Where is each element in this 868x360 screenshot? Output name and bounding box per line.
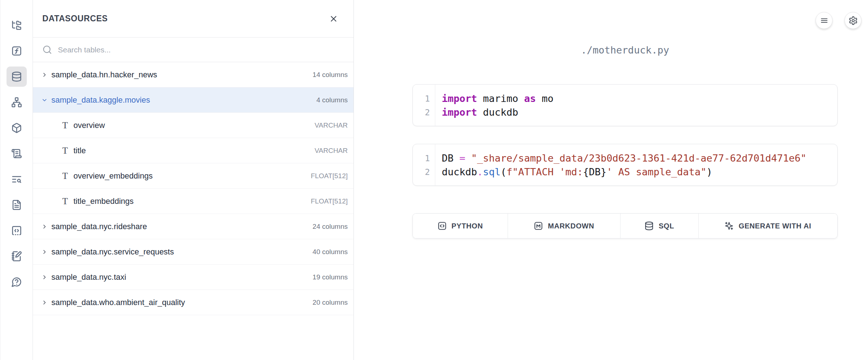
rail-item-file-explorer[interactable] [7, 15, 27, 35]
text-type-icon: T [60, 146, 70, 156]
code-editor[interactable]: import marimo as moimport duckdb [435, 85, 554, 126]
notebook-toolbar [816, 12, 861, 29]
close-panel-button[interactable] [328, 13, 339, 24]
table-column-count: 20 columns [313, 299, 348, 307]
chevron-down-icon [41, 97, 48, 103]
table-row[interactable]: sample_data.hn.hacker_news14 columns [33, 62, 353, 87]
add-cell-python-button[interactable]: PYTHON [413, 214, 508, 238]
rail-item-logs[interactable] [7, 143, 27, 164]
table-name: sample_data.nyc.rideshare [51, 222, 147, 231]
notebook-filename: ./motherduck.py [412, 44, 838, 56]
table-row[interactable]: sample_data.nyc.taxi19 columns [33, 265, 353, 290]
notebook-main: ./motherduck.py 12import marimo as moimp… [354, 0, 868, 360]
table-name: sample_data.who.ambient_air_quality [51, 298, 185, 307]
text-search-icon [11, 174, 22, 185]
add-cell-sql-button[interactable]: SQL [621, 214, 699, 238]
chevron-right-icon [41, 274, 48, 280]
notebook-column: ./motherduck.py 12import marimo as moimp… [412, 0, 838, 239]
rail-item-documentation[interactable] [7, 195, 27, 215]
add-cell-markdown-button[interactable]: MARKDOWN [508, 214, 621, 238]
column-type: FLOAT[512] [311, 197, 348, 205]
sparkles-icon [724, 221, 734, 231]
table-row[interactable]: sample_data.kaggle.movies4 columns [33, 87, 353, 113]
table-column-count: 4 columns [316, 96, 348, 104]
tables-tree: sample_data.hn.hacker_news14 columnssamp… [33, 62, 353, 360]
column-name: overview_embeddings [73, 171, 153, 181]
add-cell-button-label: MARKDOWN [548, 222, 594, 230]
chevron-right-icon [41, 299, 48, 306]
column-type: VARCHAR [315, 121, 348, 129]
column-row[interactable]: Toverview_embeddingsFLOAT[512] [33, 163, 353, 189]
table-column-count: 40 columns [313, 248, 348, 256]
settings-icon [848, 16, 858, 25]
package-icon [11, 123, 22, 133]
panel-header: DATASOURCES [33, 0, 353, 38]
file-text-icon [11, 200, 22, 210]
code-cell-1: 12import marimo as moimport duckdb [412, 84, 838, 126]
database-icon [644, 221, 654, 231]
rail-item-datasources[interactable] [7, 67, 27, 87]
rail-item-dependencies[interactable] [7, 92, 27, 112]
line-numbers: 12 [413, 144, 435, 185]
table-row[interactable]: sample_data.who.ambient_air_quality20 co… [33, 290, 353, 315]
column-row[interactable]: Ttitle_embeddingsFLOAT[512] [33, 189, 353, 214]
search-input[interactable] [58, 46, 348, 54]
add-cell-bar: PYTHONMARKDOWNSQLGENERATE WITH AI [412, 213, 838, 239]
menu-icon [820, 16, 829, 25]
activity-rail [0, 0, 33, 360]
network-icon [11, 97, 22, 108]
chat-question-icon [11, 277, 22, 287]
column-row[interactable]: ToverviewVARCHAR [33, 113, 353, 138]
table-row[interactable]: sample_data.nyc.rideshare24 columns [33, 214, 353, 239]
text-type-icon: T [60, 196, 70, 206]
markdown-icon [534, 221, 543, 231]
table-name: sample_data.kaggle.movies [51, 95, 150, 105]
rail-item-help[interactable] [7, 272, 27, 292]
rail-item-scratchpad[interactable] [7, 246, 27, 266]
code-square-dashed-icon [11, 225, 22, 236]
table-row[interactable]: sample_data.nyc.service_requests40 colum… [33, 239, 353, 265]
table-name: sample_data.nyc.taxi [51, 273, 126, 282]
add-cell-button-label: PYTHON [452, 222, 483, 230]
x-icon [329, 14, 338, 23]
folder-tree-icon [11, 20, 22, 31]
chevron-right-icon [41, 249, 48, 255]
code-editor[interactable]: DB = "_share/sample_data/23b0d623-1361-4… [435, 144, 806, 185]
table-search [33, 38, 353, 62]
chevron-right-icon [41, 72, 48, 78]
rail-item-variables[interactable] [7, 41, 27, 61]
column-name: title_embeddings [73, 197, 134, 206]
line-numbers: 12 [413, 85, 435, 126]
cells-container: 12import marimo as moimport duckdb12DB =… [412, 84, 838, 186]
datasources-panel: DATASOURCES sample_data.hn.hacker_news14… [33, 0, 354, 360]
column-name: title [73, 146, 86, 155]
table-name: sample_data.hn.hacker_news [51, 70, 157, 80]
table-column-count: 19 columns [313, 273, 348, 281]
table-column-count: 24 columns [313, 223, 348, 231]
scroll-text-icon [11, 148, 22, 159]
menu-button[interactable] [816, 12, 833, 29]
rail-item-snippets[interactable] [7, 220, 27, 241]
function-square-icon [11, 46, 22, 56]
add-cell-button-label: SQL [659, 222, 674, 230]
notebook-pen-icon [11, 251, 22, 262]
column-name: overview [73, 121, 105, 130]
text-type-icon: T [60, 120, 70, 130]
text-type-icon: T [60, 171, 70, 181]
column-type: FLOAT[512] [311, 172, 348, 180]
code-square-icon [437, 221, 447, 231]
table-name: sample_data.nyc.service_requests [51, 247, 174, 257]
code-cell-2: 12DB = "_share/sample_data/23b0d623-1361… [412, 144, 838, 186]
rail-item-packages[interactable] [7, 118, 27, 138]
search-icon [42, 45, 52, 55]
app: DATASOURCES sample_data.hn.hacker_news14… [0, 0, 868, 360]
add-cell-button-label: GENERATE WITH AI [738, 222, 811, 230]
table-column-count: 14 columns [313, 71, 348, 79]
database-icon [11, 71, 22, 82]
settings-button[interactable] [844, 12, 861, 29]
add-cell-generate-with-ai-button[interactable]: GENERATE WITH AI [699, 214, 837, 238]
column-row[interactable]: TtitleVARCHAR [33, 138, 353, 163]
column-type: VARCHAR [315, 147, 348, 155]
chevron-right-icon [41, 223, 48, 230]
rail-item-trace-search[interactable] [7, 169, 27, 189]
